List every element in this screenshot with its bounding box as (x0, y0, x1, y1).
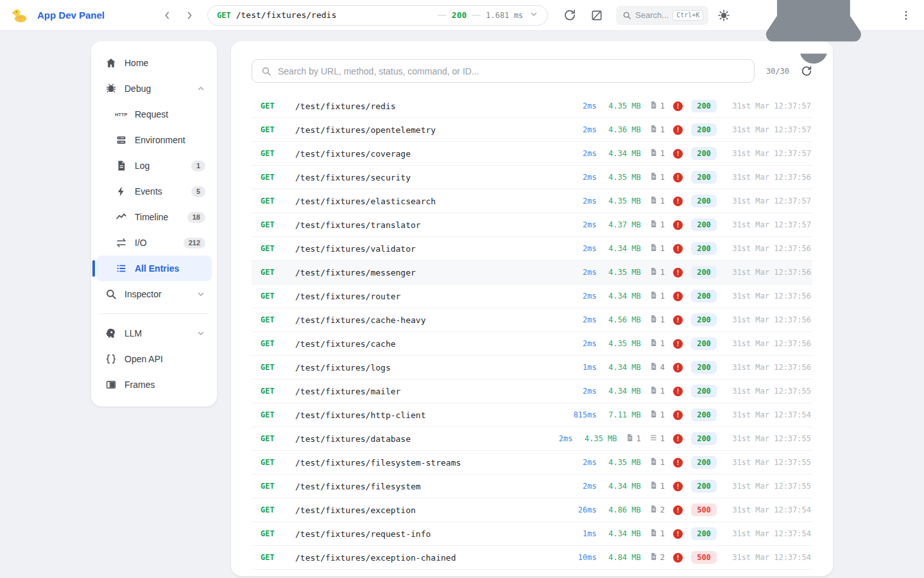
size-label: 4.34 MB (605, 529, 641, 538)
url-label: /test/fixtures/http-client (295, 410, 570, 420)
chevron-down-icon (196, 329, 205, 338)
theme-toggle-sun-icon[interactable] (717, 9, 730, 22)
doc-count: 1 (649, 196, 665, 206)
doc-count: 4 (649, 362, 665, 372)
duration-label: 2ms (570, 458, 597, 467)
home-icon (105, 57, 117, 69)
sidebar-item-events[interactable]: Events5 (96, 179, 212, 204)
entry-row[interactable]: GET /test/fixtures/messenger 2ms 4.35 MB… (252, 261, 812, 285)
status-badge: 200 (691, 123, 717, 136)
entry-row[interactable]: GET /test/fixtures/mailer 2ms 4.34 MB 1 … (252, 380, 812, 403)
notifications[interactable]: 5 (740, 0, 887, 89)
status-badge: 500 (691, 551, 717, 564)
doc-count-value: 4 (660, 363, 665, 372)
sidebar-item-request[interactable]: HTTPRequest (96, 101, 212, 127)
entry-row[interactable]: GET /test/fixtures/elasticsearch 2ms 4.3… (252, 189, 812, 213)
url-label: /test/fixtures/mailer (295, 387, 570, 396)
size-label: 4.35 MB (605, 197, 641, 206)
sidebar-item-label: LLM (124, 328, 189, 338)
file-icon (626, 434, 634, 444)
search-icon (261, 66, 271, 76)
file-icon (649, 267, 658, 277)
entry-row[interactable]: GET /test/fixtures/filesystem-streams 2m… (252, 451, 812, 475)
size-label: 4.36 MB (605, 125, 641, 134)
sidebar-item-llm[interactable]: LLM (96, 320, 212, 346)
sidebar-item-label: Home (124, 58, 205, 68)
duration-label: 2ms (570, 268, 597, 277)
chevron-down-icon[interactable] (529, 10, 538, 21)
entry-row[interactable]: GET /test/fixtures/http-client 815ms 7.1… (252, 403, 812, 427)
url-label: /test/fixtures/security (295, 173, 570, 182)
kebab-menu-icon[interactable] (900, 9, 912, 22)
entry-row[interactable]: GET /test/fixtures/redis 2ms 4.35 MB 1 !… (252, 94, 812, 118)
request-url: /test/fixtures/redis (236, 10, 337, 20)
status-badge: 200 (691, 527, 717, 540)
sidebar-item-open-api[interactable]: Open API (96, 346, 212, 372)
sidebar-item-all-entries[interactable]: All Entries (96, 256, 212, 281)
bell-icon (740, 78, 887, 89)
entry-row[interactable]: GET /test/fixtures/opentelemetry 2ms 4.3… (252, 118, 812, 142)
request-method: GET (217, 11, 231, 20)
sidebar-item-debug[interactable]: Debug (96, 76, 212, 101)
doc-count: 1 (649, 410, 665, 420)
size-label: 4.35 MB (581, 434, 617, 443)
sidebar-item-label: Inspector (124, 289, 189, 299)
doc-count: 1 (649, 243, 665, 254)
request-status: 200 (452, 10, 466, 20)
sidebar: HomeDebugHTTPRequestEnvironmentLog1Event… (91, 41, 217, 407)
sidebar-divider (100, 313, 208, 314)
refresh-icon[interactable] (563, 9, 576, 22)
current-request-pill[interactable]: GET /test/fixtures/redis 200 1.681 ms (207, 5, 548, 26)
back-icon[interactable] (161, 9, 174, 22)
error-icon: ! (673, 363, 683, 372)
method-label: GET (261, 529, 295, 538)
method-label: GET (261, 268, 295, 277)
rows-icon (649, 434, 658, 444)
method-label: GET (261, 482, 295, 491)
duration-label: 2ms (570, 292, 597, 301)
duration-label: 1ms (570, 363, 597, 372)
sidebar-item-home[interactable]: Home (96, 50, 212, 76)
entry-row[interactable]: GET /test/fixtures/coverage 2ms 4.34 MB … (252, 142, 812, 166)
entry-row[interactable]: GET /test/fixtures/exception 26ms 4.86 M… (252, 498, 812, 522)
braces-icon (105, 353, 117, 365)
method-label: GET (261, 197, 295, 206)
sidebar-item-environment[interactable]: Environment (96, 127, 212, 153)
sidebar-item-frames[interactable]: Frames (96, 372, 212, 398)
sidebar-item-log[interactable]: Log1 (96, 153, 212, 179)
timestamp-label: 31st Mar 12:37:57 (725, 125, 811, 134)
entry-row[interactable]: GET /test/fixtures/security 2ms 4.35 MB … (252, 166, 812, 189)
forward-icon[interactable] (183, 9, 196, 22)
entry-row[interactable]: GET /test/fixtures/cache 2ms 4.35 MB 1 !… (252, 332, 812, 356)
entry-row[interactable]: GET /test/fixtures/validator 2ms 4.34 MB… (252, 237, 812, 261)
status-badge: 200 (691, 408, 717, 421)
status-badge: 200 (691, 195, 717, 207)
head-icon (105, 328, 117, 339)
timestamp-label: 31st Mar 12:37:55 (725, 482, 811, 491)
status-badge: 200 (691, 100, 717, 112)
entry-row[interactable]: GET /test/fixtures/translator 2ms 4.37 M… (252, 213, 812, 237)
query-count-value: 1 (660, 434, 665, 443)
entry-row[interactable]: GET /test/fixtures/filesystem 2ms 4.34 M… (252, 475, 812, 498)
entry-row[interactable]: GET /test/fixtures/exception-chained 10m… (252, 546, 812, 570)
file-icon (649, 220, 658, 230)
doc-count-value: 1 (660, 315, 665, 324)
entry-row[interactable]: GET /test/fixtures/cache-heavy 2ms 4.56 … (252, 308, 812, 332)
sidebar-count-badge: 212 (184, 238, 205, 249)
url-label: /test/fixtures/filesystem-streams (295, 458, 570, 468)
slashed-square-icon[interactable] (590, 9, 603, 22)
duration-label: 2ms (570, 125, 597, 134)
entry-row[interactable]: GET /test/fixtures/database 2ms 4.35 MB … (252, 427, 812, 451)
sidebar-item-timeline[interactable]: Timeline18 (96, 204, 212, 230)
entry-row[interactable]: GET /test/fixtures/router 2ms 4.34 MB 1 … (252, 285, 812, 308)
size-label: 4.34 MB (605, 292, 641, 301)
sidebar-item-inspector[interactable]: Inspector (96, 281, 212, 307)
entries-search-input[interactable]: Search by URL, method, status, command, … (252, 59, 755, 83)
size-label: 4.35 MB (605, 268, 641, 277)
entry-row[interactable]: GET /test/fixtures/request-info 1ms 4.34… (252, 522, 812, 546)
entry-row[interactable]: GET /test/fixtures/logs 1ms 4.34 MB 4 ! … (252, 356, 812, 380)
global-search[interactable]: Search... Ctrl+K (616, 6, 708, 25)
sidebar-count-badge: 18 (187, 212, 205, 223)
timestamp-label: 31st Mar 12:37:56 (725, 268, 811, 277)
sidebar-item-i-o[interactable]: I/O212 (96, 230, 212, 256)
